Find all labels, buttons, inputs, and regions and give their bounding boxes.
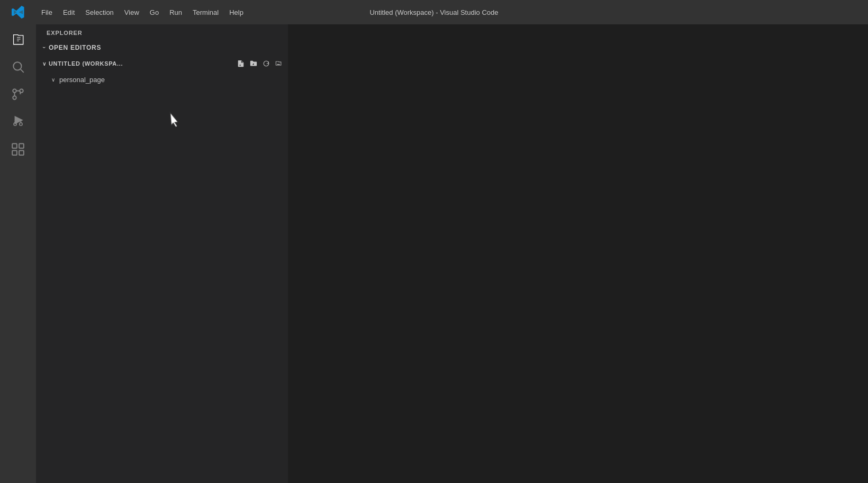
svg-rect-11 (19, 144, 24, 148)
menu-view[interactable]: View (119, 6, 144, 19)
activity-bar-item-source-control[interactable] (5, 82, 31, 107)
main-content: EXPLORER › OPEN EDITORS ∨ UNTITLED (WORK… (0, 24, 868, 483)
open-editors-chevron: › (40, 43, 49, 52)
workspace-header[interactable]: ∨ UNTITLED (WORKSPA... (36, 55, 288, 72)
workspace-label: UNTITLED (WORKSPA... (49, 60, 235, 67)
menu-run[interactable]: Run (164, 6, 187, 19)
sidebar: EXPLORER › OPEN EDITORS ∨ UNTITLED (WORK… (36, 24, 288, 483)
menu-go[interactable]: Go (144, 6, 164, 19)
menu-file[interactable]: File (36, 6, 58, 19)
activity-bar-item-run-debug[interactable] (5, 109, 31, 135)
personal-page-chevron: ∨ (49, 75, 57, 84)
open-editors-header[interactable]: › OPEN EDITORS (36, 40, 288, 55)
menu-help[interactable]: Help (224, 6, 249, 19)
new-file-button[interactable] (235, 58, 247, 69)
workspace-chevron: ∨ (40, 59, 49, 68)
menu-selection[interactable]: Selection (80, 6, 119, 19)
workspace-actions (235, 58, 288, 69)
personal-page-label: personal_page (59, 76, 105, 84)
svg-point-3 (13, 96, 16, 100)
open-editors-label: OPEN EDITORS (49, 44, 101, 51)
editor-area (288, 24, 868, 483)
folder-item-personal-page[interactable]: ∨ personal_page (36, 72, 288, 87)
svg-rect-14 (277, 64, 280, 65)
svg-point-0 (13, 62, 21, 70)
svg-rect-12 (12, 150, 17, 155)
titlebar: File Edit Selection View Go Run Terminal… (0, 0, 868, 24)
explorer-header: EXPLORER (36, 24, 288, 40)
open-editors-section: › OPEN EDITORS (36, 40, 288, 55)
workspace-section: ∨ UNTITLED (WORKSPA... (36, 55, 288, 87)
activity-bar (0, 24, 36, 483)
collapse-folders-button[interactable] (273, 58, 285, 69)
svg-point-6 (20, 123, 22, 126)
menu-edit[interactable]: Edit (58, 6, 80, 19)
svg-point-2 (13, 89, 16, 93)
activity-bar-item-search[interactable] (5, 54, 31, 79)
activity-bar-item-explorer[interactable] (5, 26, 31, 52)
vscode-logo (0, 5, 36, 20)
menu-terminal[interactable]: Terminal (187, 6, 224, 19)
refresh-explorer-button[interactable] (260, 58, 272, 69)
svg-rect-13 (19, 150, 24, 155)
new-folder-button[interactable] (248, 58, 259, 69)
svg-rect-10 (12, 144, 17, 148)
svg-line-1 (21, 69, 24, 73)
activity-bar-item-extensions[interactable] (5, 137, 31, 162)
menu-bar: File Edit Selection View Go Run Terminal… (36, 6, 868, 19)
